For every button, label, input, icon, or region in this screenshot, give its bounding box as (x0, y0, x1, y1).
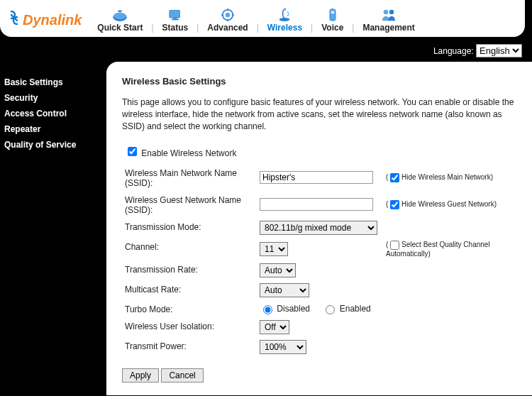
main-ssid-label: Wireless Main Network Name (SSID): (122, 164, 257, 191)
hide-guest-checkbox[interactable] (390, 200, 399, 209)
sidebar-item-quality-of-service[interactable]: Quality of Service (0, 137, 106, 153)
turbo-disabled-radio[interactable] (263, 305, 272, 314)
tx-mode-label: Transmission Mode: (122, 218, 257, 238)
hide-guest-label: Hide Wireless Guest Network (401, 200, 494, 208)
wireless-icon (275, 7, 294, 23)
quick-start-icon (110, 7, 130, 23)
svg-rect-3 (118, 11, 122, 12)
nav-separator: | (151, 23, 153, 33)
tx-rate-select[interactable]: Auto (260, 263, 296, 277)
nav-label: Wireless (267, 23, 302, 33)
multicast-label: Multicast Rate: (122, 280, 257, 300)
status-icon (165, 7, 185, 23)
nav-separator: | (352, 23, 354, 33)
nav-label: Advanced (207, 23, 248, 33)
svg-rect-4 (170, 11, 180, 18)
channel-auto-label: Select Best Quality Channel Automaticall… (386, 241, 490, 258)
sidebar: Basic SettingsSecurityAccess ControlRepe… (0, 62, 106, 395)
nav-quick-start[interactable]: Quick Start (94, 7, 145, 33)
isolation-select[interactable]: Off (260, 320, 289, 334)
page-description: This page allows you to configure basic … (122, 97, 522, 132)
svg-point-18 (384, 10, 389, 15)
nav-advanced[interactable]: Advanced (204, 7, 250, 33)
language-row: Language: English (0, 37, 532, 62)
apply-button[interactable]: Apply (122, 368, 159, 383)
power-label: Transmit Power: (122, 337, 257, 357)
nav-label: Voice (321, 23, 343, 33)
nav-status[interactable]: Status (160, 7, 192, 33)
svg-point-14 (284, 8, 287, 10)
svg-rect-5 (173, 18, 177, 19)
svg-rect-16 (331, 11, 334, 13)
tx-mode-select[interactable]: 802.11b/g mixed mode (260, 221, 377, 235)
cancel-button[interactable]: Cancel (161, 368, 203, 383)
nav-label: Quick Start (97, 23, 143, 33)
nav-separator: | (196, 23, 199, 33)
nav-separator: | (311, 23, 313, 33)
turbo-enabled-label: Enabled (340, 304, 371, 314)
svg-rect-6 (172, 19, 179, 21)
voice-icon (323, 7, 343, 23)
sidebar-item-basic-settings[interactable]: Basic Settings (0, 75, 106, 90)
isolation-label: Wireless User Isolation: (122, 317, 257, 337)
enable-wireless-label: Enable Wireless Network (141, 148, 236, 158)
nav-label: Management (362, 23, 414, 33)
advanced-icon (218, 7, 238, 23)
power-select[interactable]: 100% (260, 340, 306, 354)
guest-ssid-input[interactable] (260, 198, 373, 211)
nav-management[interactable]: Management (360, 7, 417, 33)
hide-main-label: Hide Wireless Main Network (401, 173, 491, 181)
language-select[interactable]: English (476, 44, 522, 57)
logo-icon (7, 11, 21, 29)
svg-point-2 (113, 13, 126, 20)
turbo-label: Turbo Mode: (122, 300, 257, 317)
hide-main-checkbox[interactable] (390, 173, 399, 182)
nav-items: Quick Start|Status|Advanced|Wireless|Voi… (94, 7, 417, 33)
nav-wireless[interactable]: Wireless (265, 7, 305, 33)
svg-point-19 (389, 10, 394, 15)
tx-rate-label: Transmission Rate: (122, 260, 257, 280)
nav-label: Status (162, 23, 189, 33)
turbo-enabled-radio[interactable] (326, 305, 335, 314)
page-title: Wireless Basic Settings (122, 76, 522, 87)
language-label: Language: (433, 46, 474, 56)
guest-ssid-label: Wireless Guest Network Name (SSID): (122, 191, 257, 218)
management-icon (379, 7, 399, 23)
enable-wireless-checkbox[interactable] (128, 147, 137, 156)
top-navigation: Dynalink Quick Start|Status|Advanced|Wir… (0, 0, 525, 37)
channel-select[interactable]: 11 (260, 242, 288, 256)
sidebar-item-security[interactable]: Security (0, 90, 106, 106)
channel-auto-checkbox[interactable] (390, 241, 399, 250)
nav-voice[interactable]: Voice (318, 7, 346, 33)
brand-logo: Dynalink (7, 11, 82, 29)
channel-label: Channel: (122, 238, 257, 260)
svg-point-8 (226, 13, 231, 18)
content-panel: Wireless Basic Settings This page allows… (106, 62, 532, 395)
sidebar-item-access-control[interactable]: Access Control (0, 106, 106, 121)
multicast-select[interactable]: Auto (260, 283, 309, 297)
turbo-disabled-label: Disabled (277, 304, 310, 314)
brand-name: Dynalink (23, 12, 82, 28)
main-ssid-input[interactable] (260, 171, 373, 184)
nav-separator: | (257, 23, 259, 33)
sidebar-item-repeater[interactable]: Repeater (0, 121, 106, 137)
